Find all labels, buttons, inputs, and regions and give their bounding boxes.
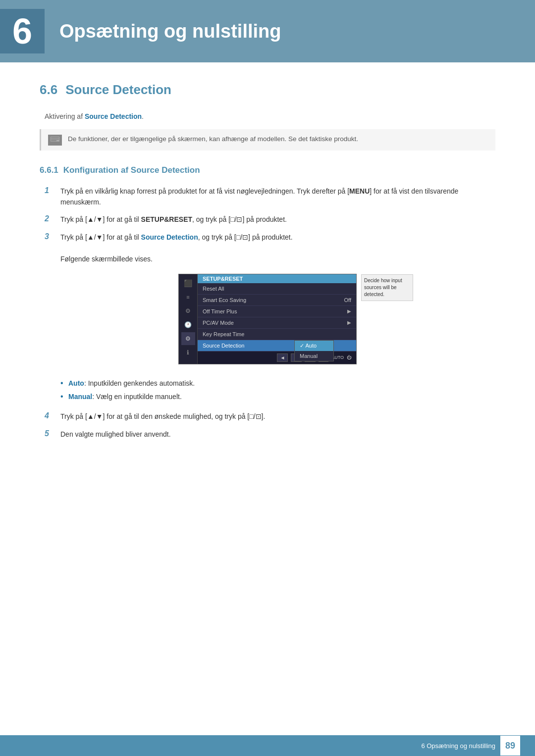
step-3-number: 3: [45, 232, 56, 241]
sidebar-monitor-icon: ⬛: [181, 277, 195, 290]
subsection-number: 6.6.1: [40, 165, 58, 175]
activation-prefix: Aktivering af: [45, 112, 85, 120]
section-title: Source Detection: [65, 82, 171, 98]
bottom-btn-left: ◄: [277, 353, 288, 362]
chapter-title: Opsætning og nulstilling: [59, 21, 281, 42]
page-footer: 6 Opsætning og nulstilling 89: [0, 735, 535, 756]
bullet-auto: Auto: Inputkilden genkendes automatisk.: [60, 378, 495, 389]
menu-sidebar: ⬛ ≡ ⚙ 🕐 ⚙: [179, 274, 198, 364]
menu-screenshot: ⬛ ≡ ⚙ 🕐 ⚙: [178, 274, 357, 364]
note-pencil-icon: [51, 137, 59, 144]
subsection-title: Konfiguration af Source Detection: [63, 165, 200, 175]
step-2: 2 Tryk på [▲/▼] for at gå til SETUP&RESE…: [40, 214, 495, 225]
step-1-text: Tryk på en vilkårlig knap forrest på pro…: [60, 186, 495, 207]
chapter-number-box: 6: [0, 9, 45, 53]
submenu-manual: Manual: [295, 351, 333, 361]
activation-line: Aktivering af Source Detection.: [40, 112, 495, 120]
steps-continued-list: 4 Tryk på [▲/▼] for at gå til den ønsked…: [40, 411, 495, 440]
footer-page-number: 89: [500, 736, 520, 756]
bullet-auto-colon: :: [84, 379, 88, 387]
step-3: 3 Tryk på [▲/▼] for at gå til Source Det…: [40, 232, 495, 243]
sidebar-gear-icon: ⚙: [181, 332, 195, 345]
menu-item-key-repeat: Key Repeat Time: [198, 329, 356, 340]
sidebar-adjust-icon: ⚙: [181, 304, 195, 317]
step-5-text: Den valgte mulighed bliver anvendt.: [60, 429, 495, 440]
following-text: Følgende skærmbillede vises.: [40, 255, 495, 263]
svg-rect-1: [51, 142, 59, 144]
step-5: 5 Den valgte mulighed bliver anvendt.: [40, 429, 495, 440]
bullet-manual-term: Manual: [68, 393, 92, 401]
step-2-number: 2: [45, 214, 56, 223]
menu-tooltip: Decide how input sources will be detecte…: [361, 274, 413, 301]
activation-term: Source Detection: [85, 112, 142, 120]
steps-list: 1 Tryk på en vilkårlig knap forrest på p…: [40, 186, 495, 243]
menu-item-off-timer: Off Timer Plus ▶: [198, 306, 356, 317]
submenu-auto: ✓ Auto: [295, 341, 333, 351]
footer-text: 6 Opsætning og nulstilling: [421, 742, 495, 750]
menu-container: ⬛ ≡ ⚙ 🕐 ⚙: [178, 274, 357, 364]
menu-screenshot-wrapper: ⬛ ≡ ⚙ 🕐 ⚙: [40, 274, 495, 364]
subsection-heading: 6.6.1 Konfiguration af Source Detection: [40, 165, 495, 175]
step-1-number: 1: [45, 186, 56, 195]
step-2-text: Tryk på [▲/▼] for at gå til SETUP&RESET,…: [60, 214, 495, 225]
bullet-auto-term: Auto: [68, 379, 84, 387]
menu-item-smart-eco: Smart Eco Saving Off: [198, 295, 356, 306]
note-box: De funktioner, der er tilgængelige på sk…: [40, 129, 495, 151]
step-5-number: 5: [45, 429, 56, 438]
menu-item-source-detection: Source Detection ✓ Auto Manual: [198, 340, 356, 352]
step-4-number: 4: [45, 411, 56, 420]
sidebar-clock-icon: 🕐: [181, 318, 195, 331]
step-4-text: Tryk på [▲/▼] for at gå til den ønskede …: [60, 411, 495, 422]
sidebar-info-icon: ℹ: [181, 346, 195, 359]
section-heading: 6.6 Source Detection: [40, 82, 495, 98]
chapter-header: 6 Opsætning og nulstilling: [0, 0, 535, 62]
step-3-text: Tryk på [▲/▼] for at gå til Source Detec…: [60, 232, 495, 243]
bottom-label-power: ⏻: [347, 355, 351, 360]
bullet-list: Auto: Inputkilden genkendes automatisk. …: [40, 378, 495, 403]
menu-item-reset-all: Reset All: [198, 283, 356, 295]
step-4: 4 Tryk på [▲/▼] for at gå til den ønsked…: [40, 411, 495, 422]
menu-item-pcav: PC/AV Mode ▶: [198, 317, 356, 329]
step-1: 1 Tryk på en vilkårlig knap forrest på p…: [40, 186, 495, 207]
sidebar-lines-icon: ≡: [181, 291, 195, 303]
bullet-manual-colon: :: [92, 393, 96, 401]
note-icon: [48, 135, 62, 146]
bullet-manual-desc: Vælg en inputkilde manuelt.: [96, 393, 182, 401]
menu-items-list: Reset All Smart Eco Saving Off Off Timer…: [198, 283, 356, 352]
section-number: 6.6: [40, 82, 57, 98]
main-content: 6.6 Source Detection Aktivering af Sourc…: [0, 82, 535, 502]
submenu-popup: ✓ Auto Manual: [294, 340, 334, 361]
menu-header: SETUP&RESET: [198, 274, 356, 283]
chapter-number: 6: [12, 13, 32, 49]
note-text: De funktioner, der er tilgængelige på sk…: [68, 134, 358, 144]
bullet-manual: Manual: Vælg en inputkilde manuelt.: [60, 392, 495, 403]
bullet-auto-desc: Inputkilden genkendes automatisk.: [88, 379, 195, 387]
menu-main: SETUP&RESET Reset All Smart Eco Saving O…: [198, 274, 356, 364]
